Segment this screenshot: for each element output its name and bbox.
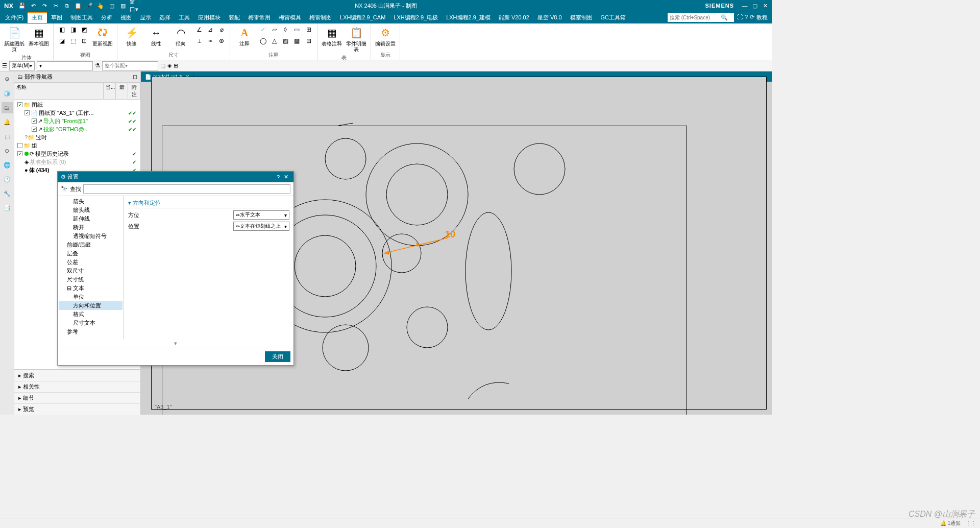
update-view-button[interactable]: 🗘更新视图 — [91, 25, 114, 47]
menu-analysis[interactable]: 分析 — [97, 12, 116, 23]
tree-row[interactable]: ✔📄图纸页 "A3_1" (工作...✔✔ — [15, 109, 139, 117]
settings-icon[interactable]: ⚙ — [2, 74, 13, 85]
menu-nengxin[interactable]: 能新 V20.02 — [495, 12, 533, 23]
base-view-button[interactable]: ▦基本视图 — [28, 25, 50, 47]
tree-row[interactable]: ? 📁过时 — [15, 133, 139, 141]
tree-row[interactable]: ✔⟳模型历史记录✔ — [15, 150, 139, 158]
annot-icon[interactable]: ◊ — [280, 25, 290, 35]
dim-opt-icon[interactable]: ⌀ — [216, 25, 227, 35]
tree-row[interactable]: ✔📁图纸 — [15, 101, 139, 109]
menu-home[interactable]: 主页 — [28, 12, 47, 23]
layout-icon[interactable]: ▥ — [118, 1, 128, 10]
menu-xingkong[interactable]: 星空 V8.0 — [533, 12, 566, 23]
sel-tool-icon[interactable]: ⬚ — [160, 62, 165, 69]
dialog-tree-item[interactable]: ⊟ 文本 — [59, 284, 122, 293]
menu-tools[interactable]: 工具 — [175, 12, 194, 23]
window-icon[interactable]: ◫ — [107, 1, 116, 10]
sel-tool-icon[interactable]: ⊞ — [174, 62, 178, 69]
web-icon[interactable]: 🌐 — [2, 159, 13, 171]
annot-icon[interactable]: ▨ — [280, 36, 290, 46]
annot-icon[interactable]: ▱ — [269, 25, 279, 35]
col-current[interactable]: 当... — [104, 83, 116, 99]
dialog-tree-item[interactable]: 公差 — [59, 258, 122, 267]
radial-dim-button[interactable]: ◠径向 — [169, 25, 192, 47]
command-search[interactable]: 🔍 — [668, 13, 734, 22]
assembly-filter-combo[interactable]: 整个装配 ▾ — [102, 61, 158, 70]
menu-gc[interactable]: GC工具箱 — [597, 12, 630, 23]
menu-dropdown[interactable]: 菜单(M) ▾ — [9, 61, 35, 70]
dialog-tree-item[interactable]: 方向和位置 — [59, 301, 122, 310]
dimension-value[interactable]: 10 — [445, 229, 455, 240]
notification-icon[interactable]: 🔔 — [2, 116, 13, 128]
dialog-help-icon[interactable]: ? — [275, 174, 282, 180]
tutorial-button[interactable]: 教程 — [756, 14, 768, 21]
dialog-tree[interactable]: 箭头箭头线延伸线断开透视缩短符号前缀/后缀层叠公差双尺寸尺寸线⊟ 文本单位方向和… — [58, 196, 124, 339]
annot-icon[interactable]: ◯ — [258, 36, 268, 46]
view-opt-icon[interactable]: ◧ — [57, 25, 67, 35]
undo-icon[interactable]: ↶ — [29, 1, 38, 10]
dim-opt-icon[interactable]: ⊿ — [205, 25, 215, 35]
mic-icon[interactable]: 🎤 — [85, 1, 94, 10]
annot-icon[interactable]: ⟋ — [258, 25, 268, 35]
copy-icon[interactable]: ⧉ — [62, 1, 71, 10]
constraint-icon[interactable]: ⬚ — [2, 131, 13, 142]
menu-file[interactable]: 文件(F) — [1, 12, 28, 23]
hamburger-icon[interactable]: ☰ — [2, 62, 7, 69]
tree-row[interactable]: ✔↗投影 "ORTHO@...✔✔ — [15, 125, 139, 133]
dialog-close-icon[interactable]: ✕ — [282, 174, 290, 180]
dim-opt-icon[interactable]: ⟂ — [194, 36, 204, 46]
dialog-tree-item[interactable]: 断开 — [59, 223, 122, 232]
touch-icon[interactable]: 👆 — [96, 1, 105, 10]
refresh-icon[interactable]: ⟳ — [750, 14, 754, 21]
dialog-search-input[interactable] — [83, 184, 290, 194]
dialog-tree-item[interactable]: 箭头 — [59, 197, 122, 206]
dialog-tree-item[interactable]: 尺寸文本 — [59, 319, 122, 327]
menu-view[interactable]: 视图 — [116, 12, 136, 23]
restore-icon[interactable]: ▢ — [750, 1, 760, 10]
sheet-icon[interactable]: 📑 — [2, 202, 13, 213]
orientation-combo[interactable]: ✏ 水平文本 ▾ — [233, 210, 289, 220]
dialog-tree-item[interactable]: 格式 — [59, 310, 122, 319]
save-icon[interactable]: 💾 — [17, 1, 27, 10]
position-combo[interactable]: ✏ 文本在短划线之上 ▾ — [233, 222, 289, 231]
fullscreen-icon[interactable]: ⛶ — [737, 14, 743, 21]
table-note-button[interactable]: ▦表格注释 — [321, 25, 343, 47]
dim-opt-icon[interactable]: ≈ — [205, 36, 215, 46]
edit-settings-button[interactable]: ⚙编辑设置 — [374, 25, 397, 47]
panel-close-icon[interactable]: ◻ — [133, 74, 137, 80]
view-opt-icon[interactable]: ◪ — [57, 36, 67, 46]
search-icon[interactable]: 🔍 — [721, 14, 728, 21]
dialog-resize-grip[interactable]: ▾ — [58, 339, 293, 348]
close-icon[interactable]: ✕ — [761, 1, 770, 10]
dialog-tree-item[interactable]: 透视缩短符号 — [59, 232, 122, 241]
dim-opt-icon[interactable]: ⊕ — [216, 36, 227, 46]
tree-row[interactable]: 📁组 — [15, 141, 139, 150]
col-latest[interactable]: 最 — [116, 83, 128, 99]
menu-meilei2[interactable]: 梅雷模具 — [275, 12, 305, 23]
menu-assembly[interactable]: 装配 — [225, 12, 244, 23]
nav-section-preview[interactable]: ▸ 预览 — [14, 403, 140, 415]
clock-icon[interactable]: 🕐 — [2, 174, 13, 185]
filter-icon[interactable]: ⚗ — [95, 62, 100, 69]
nav-section-related[interactable]: ▸ 相关性 — [14, 381, 140, 392]
annot-icon[interactable]: △ — [269, 36, 279, 46]
nav-section-search[interactable]: ▸ 搜索 — [14, 370, 140, 381]
menu-lxh-model[interactable]: LXH编程2.9_建模 — [442, 12, 495, 23]
dialog-tree-item[interactable]: 前缀/后缀 — [59, 241, 122, 249]
annot-icon[interactable]: ▩ — [291, 36, 302, 46]
dialog-tree-item[interactable]: 延伸线 — [59, 214, 122, 223]
paste-icon[interactable]: 📋 — [74, 1, 83, 10]
dialog-tree-item[interactable]: 尺寸线 — [59, 275, 122, 284]
annot-icon[interactable]: ⊞ — [304, 25, 314, 35]
annot-icon[interactable]: ⊟ — [304, 36, 314, 46]
col-name[interactable]: 名称 — [14, 83, 104, 99]
dialog-tree-item[interactable]: 箭头线 — [59, 206, 122, 214]
view-opt-icon[interactable]: ⊡ — [79, 36, 89, 46]
menu-drafting-tools[interactable]: 制图工具 — [66, 12, 97, 23]
window-dropdown[interactable]: 窗口▾ — [130, 1, 139, 10]
menu-display[interactable]: 显示 — [136, 12, 155, 23]
menu-meilei1[interactable]: 梅雷常用 — [244, 12, 275, 23]
dialog-tree-item[interactable]: 单位 — [59, 293, 122, 301]
dialog-tree-item[interactable]: 层叠 — [59, 249, 122, 258]
col-notes[interactable]: 附注 — [128, 83, 140, 99]
